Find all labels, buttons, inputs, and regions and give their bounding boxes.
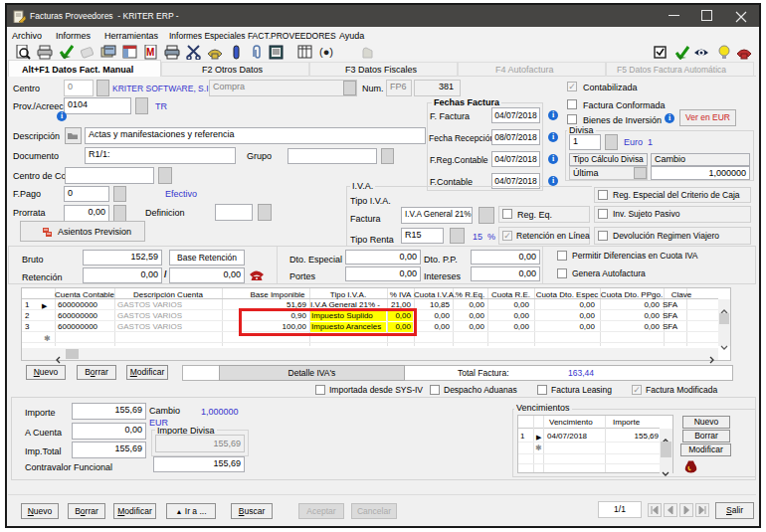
- svg-text:M: M: [146, 47, 154, 58]
- svg-text:(●): (●): [319, 46, 333, 58]
